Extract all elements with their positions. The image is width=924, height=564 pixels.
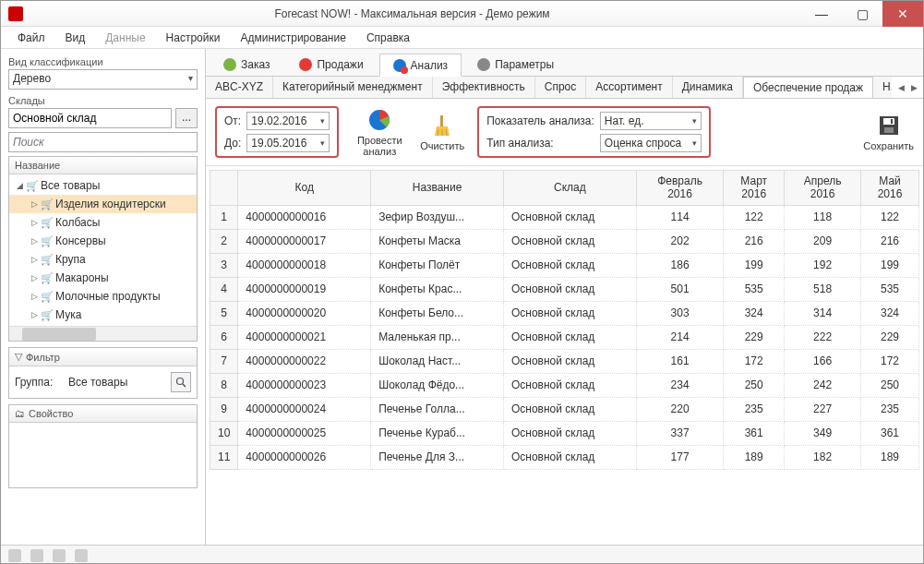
cell-warehouse[interactable]: Основной склад <box>503 349 636 373</box>
cell-code[interactable]: 4000000000020 <box>238 301 371 325</box>
tree-header[interactable]: Название <box>9 157 197 174</box>
grid-column-header[interactable]: Май2016 <box>861 171 919 206</box>
save-button[interactable]: Сохранить <box>863 113 914 151</box>
cell-value[interactable]: 229 <box>861 325 919 349</box>
menu-data[interactable]: Данные <box>96 29 154 47</box>
tree-item[interactable]: ▷🛒Крупа <box>9 250 197 269</box>
subtab[interactable]: Спрос <box>535 77 587 98</box>
subtab[interactable]: ABC-XYZ <box>206 77 273 98</box>
cell-value[interactable]: 199 <box>724 253 785 277</box>
subtab-scroll-right[interactable]: ▶ <box>908 83 919 92</box>
cell-code[interactable]: 4000000000021 <box>238 325 371 349</box>
cell-value[interactable]: 122 <box>724 205 785 229</box>
cell-value[interactable]: 220 <box>636 397 724 421</box>
cell-code[interactable]: 4000000000026 <box>238 445 371 469</box>
cell-code[interactable]: 4000000000016 <box>238 205 371 229</box>
cell-value[interactable]: 361 <box>861 421 919 445</box>
cell-warehouse[interactable]: Основной склад <box>503 445 636 469</box>
clear-button[interactable]: Очистить <box>420 113 464 151</box>
cell-value[interactable]: 337 <box>636 421 724 445</box>
subtab[interactable]: Эффективность <box>433 77 535 98</box>
cell-value[interactable]: 209 <box>785 229 861 253</box>
tree-item[interactable]: ▷🛒Консервы <box>9 232 197 250</box>
menu-view[interactable]: Вид <box>56 29 95 47</box>
cell-warehouse[interactable]: Основной склад <box>503 277 636 301</box>
table-row[interactable]: 84000000000023Шоколад Фёдо...Основной ск… <box>210 373 919 397</box>
cell-value[interactable]: 535 <box>724 277 785 301</box>
cell-value[interactable]: 229 <box>724 325 785 349</box>
status-icon-2[interactable] <box>30 549 43 562</box>
cell-name[interactable]: Конфеты Бело... <box>371 301 504 325</box>
table-row[interactable]: 74000000000022Шоколад Наст...Основной ск… <box>210 349 919 373</box>
cell-value[interactable]: 172 <box>861 349 919 373</box>
data-grid[interactable]: КодНазваниеСкладФевраль2016Март2016Апрел… <box>210 170 919 470</box>
cell-value[interactable]: 118 <box>785 205 861 229</box>
tree-scrollbar[interactable] <box>9 326 197 341</box>
cell-warehouse[interactable]: Основной склад <box>503 253 636 277</box>
analysis-type-combo[interactable]: Оценка спроса <box>600 134 702 152</box>
cell-warehouse[interactable]: Основной склад <box>503 421 636 445</box>
cell-warehouse[interactable]: Основной склад <box>503 301 636 325</box>
table-row[interactable]: 64000000000021Маленькая пр...Основной ск… <box>210 325 919 349</box>
tab-parameters[interactable]: Параметры <box>463 53 568 76</box>
menu-help[interactable]: Справка <box>357 29 419 47</box>
warehouse-input[interactable] <box>8 108 172 128</box>
tab-analysis[interactable]: Анализ <box>379 54 462 77</box>
grid-column-header[interactable]: Код <box>238 171 371 206</box>
cell-value[interactable]: 189 <box>861 445 919 469</box>
menu-admin[interactable]: Администрирование <box>231 29 354 47</box>
table-row[interactable]: 114000000000026Печенье Для З...Основной … <box>210 445 919 469</box>
maximize-button[interactable]: ▢ <box>842 1 882 27</box>
cell-value[interactable]: 202 <box>636 229 724 253</box>
cell-value[interactable]: 216 <box>861 229 919 253</box>
cell-code[interactable]: 4000000000019 <box>238 277 371 301</box>
products-tree[interactable]: ◢ 🛒 Все товары ▷🛒Изделия кондитерски▷🛒Ко… <box>9 174 197 326</box>
table-row[interactable]: 104000000000025Печенье Кураб...Основной … <box>210 421 919 445</box>
cell-value[interactable]: 199 <box>861 253 919 277</box>
cell-name[interactable]: Печенье Кураб... <box>371 421 504 445</box>
menu-settings[interactable]: Настройки <box>157 29 230 47</box>
table-row[interactable]: 24000000000017Конфеты МаскаОсновной скла… <box>210 229 919 253</box>
cell-name[interactable]: Конфеты Крас... <box>371 277 504 301</box>
date-to-picker[interactable]: 19.05.2016 <box>246 134 330 152</box>
expand-icon[interactable]: ▷ <box>30 218 39 227</box>
cell-value[interactable]: 216 <box>724 229 785 253</box>
cell-value[interactable]: 166 <box>785 349 861 373</box>
cell-code[interactable]: 4000000000023 <box>238 373 371 397</box>
cell-value[interactable]: 250 <box>724 373 785 397</box>
grid-column-header[interactable]: Февраль2016 <box>636 171 724 206</box>
cell-code[interactable]: 4000000000025 <box>238 421 371 445</box>
close-button[interactable]: ✕ <box>882 1 923 27</box>
filter-header[interactable]: ▽ Фильтр <box>9 348 197 366</box>
cell-name[interactable]: Шоколад Фёдо... <box>371 373 504 397</box>
cell-value[interactable]: 349 <box>785 421 861 445</box>
subtab[interactable]: Н.О.с <box>873 77 892 98</box>
cell-value[interactable]: 177 <box>636 445 724 469</box>
tree-item[interactable]: ▷🛒Изделия кондитерски <box>9 195 197 213</box>
cell-value[interactable]: 189 <box>724 445 785 469</box>
cell-value[interactable]: 234 <box>636 373 724 397</box>
cell-value[interactable]: 518 <box>785 277 861 301</box>
expand-icon[interactable]: ▷ <box>30 273 39 282</box>
minimize-button[interactable]: — <box>801 1 842 27</box>
cell-value[interactable]: 535 <box>861 277 919 301</box>
cell-value[interactable]: 182 <box>785 445 861 469</box>
indicator-combo[interactable]: Нат. ед. <box>600 112 702 130</box>
cell-warehouse[interactable]: Основной склад <box>503 205 636 229</box>
run-analysis-button[interactable]: Провести анализ <box>352 107 407 157</box>
grid-column-header[interactable]: Март2016 <box>724 171 785 206</box>
tree-item[interactable]: ▷🛒Мука <box>9 306 197 324</box>
cell-code[interactable]: 4000000000018 <box>238 253 371 277</box>
cell-value[interactable]: 324 <box>861 301 919 325</box>
expand-icon[interactable]: ▷ <box>30 255 39 264</box>
tab-sales[interactable]: Продажи <box>285 53 377 76</box>
cell-value[interactable]: 242 <box>785 373 861 397</box>
grid-column-header[interactable]: Название <box>371 171 504 206</box>
date-from-picker[interactable]: 19.02.2016 <box>246 112 330 130</box>
tree-item[interactable]: ▷🛒Макароны <box>9 269 197 287</box>
cell-value[interactable]: 501 <box>636 277 724 301</box>
cell-value[interactable]: 114 <box>636 205 724 229</box>
cell-name[interactable]: Конфеты Полёт <box>371 253 504 277</box>
cell-code[interactable]: 4000000000022 <box>238 349 371 373</box>
cell-value[interactable]: 314 <box>785 301 861 325</box>
